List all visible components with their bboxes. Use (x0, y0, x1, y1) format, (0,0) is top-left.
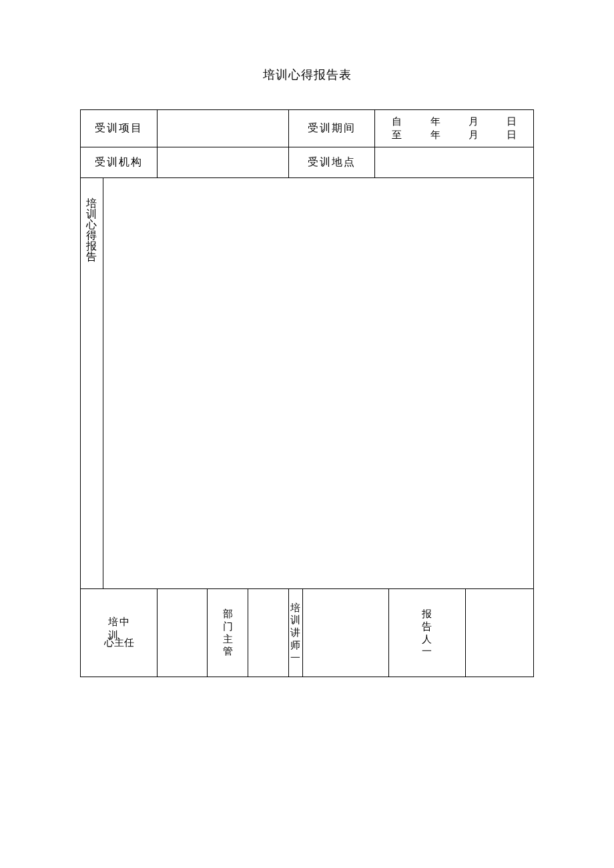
field-reporter-sign[interactable] (466, 589, 534, 677)
label-org: 受训机构 (81, 147, 158, 178)
label-project: 受训项目 (81, 110, 158, 147)
field-lecturer-sign[interactable] (302, 589, 388, 677)
period-year: 年 年 (430, 115, 440, 141)
label-lecturer: 培 训 讲 师 一 (289, 589, 302, 677)
label-director: 培 训 中 心 主 任 (81, 589, 158, 677)
field-project[interactable] (158, 110, 289, 147)
field-dept-sign[interactable] (248, 589, 289, 677)
form-table: 受训项目 受训期间 自 至 年 年 月 月 (80, 109, 534, 677)
period-fromto: 自 至 (392, 115, 402, 141)
page: 培训心得报告表 受训项目 受训期间 自 至 (0, 0, 614, 677)
row-report: 培 训 心 得 报 告 (81, 178, 534, 589)
label-reporter: 报 告 人 一 (388, 589, 465, 677)
field-report-body[interactable] (103, 178, 533, 589)
row-org-location: 受训机构 受训地点 (81, 147, 534, 178)
period-month: 月 月 (469, 115, 479, 141)
field-director-sign[interactable] (158, 589, 208, 677)
label-location: 受训地点 (289, 147, 375, 178)
label-dept: 部 门 主 管 (208, 589, 248, 677)
row-signatures: 培 训 中 心 主 任 部 门 (81, 589, 534, 677)
row-project-period: 受训项目 受训期间 自 至 年 年 月 月 (81, 110, 534, 147)
field-org[interactable] (158, 147, 289, 178)
label-period: 受训期间 (289, 110, 375, 147)
label-report-vertical: 培 训 心 得 报 告 (81, 178, 103, 589)
field-period[interactable]: 自 至 年 年 月 月 日 日 (375, 110, 534, 147)
field-location[interactable] (375, 147, 534, 178)
page-title: 培训心得报告表 (80, 67, 534, 83)
period-day: 日 日 (507, 115, 517, 141)
